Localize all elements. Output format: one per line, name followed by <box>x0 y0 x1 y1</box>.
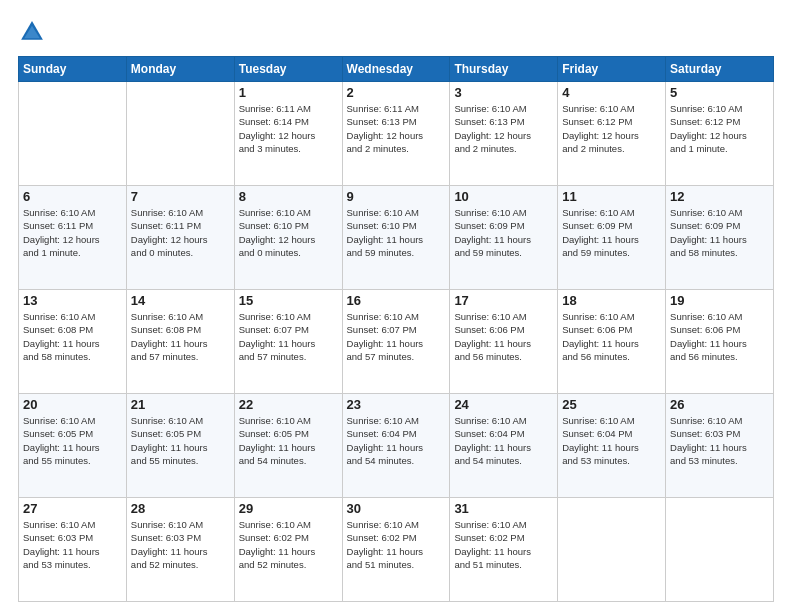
calendar-header-row: SundayMondayTuesdayWednesdayThursdayFrid… <box>19 57 774 82</box>
day-number: 19 <box>670 293 769 308</box>
day-number: 7 <box>131 189 230 204</box>
day-info: Sunrise: 6:10 AM Sunset: 6:04 PM Dayligh… <box>347 414 446 467</box>
calendar-cell: 17Sunrise: 6:10 AM Sunset: 6:06 PM Dayli… <box>450 290 558 394</box>
day-number: 15 <box>239 293 338 308</box>
calendar-cell <box>126 82 234 186</box>
day-number: 25 <box>562 397 661 412</box>
calendar-week-row: 20Sunrise: 6:10 AM Sunset: 6:05 PM Dayli… <box>19 394 774 498</box>
day-info: Sunrise: 6:10 AM Sunset: 6:02 PM Dayligh… <box>347 518 446 571</box>
day-number: 24 <box>454 397 553 412</box>
day-info: Sunrise: 6:10 AM Sunset: 6:09 PM Dayligh… <box>454 206 553 259</box>
weekday-header: Tuesday <box>234 57 342 82</box>
day-info: Sunrise: 6:10 AM Sunset: 6:08 PM Dayligh… <box>131 310 230 363</box>
day-info: Sunrise: 6:11 AM Sunset: 6:13 PM Dayligh… <box>347 102 446 155</box>
calendar-cell: 20Sunrise: 6:10 AM Sunset: 6:05 PM Dayli… <box>19 394 127 498</box>
calendar-cell: 23Sunrise: 6:10 AM Sunset: 6:04 PM Dayli… <box>342 394 450 498</box>
day-number: 30 <box>347 501 446 516</box>
calendar-table: SundayMondayTuesdayWednesdayThursdayFrid… <box>18 56 774 602</box>
calendar-cell <box>19 82 127 186</box>
calendar-cell: 4Sunrise: 6:10 AM Sunset: 6:12 PM Daylig… <box>558 82 666 186</box>
calendar-cell: 5Sunrise: 6:10 AM Sunset: 6:12 PM Daylig… <box>666 82 774 186</box>
day-info: Sunrise: 6:10 AM Sunset: 6:03 PM Dayligh… <box>670 414 769 467</box>
day-info: Sunrise: 6:10 AM Sunset: 6:04 PM Dayligh… <box>454 414 553 467</box>
weekday-header: Saturday <box>666 57 774 82</box>
calendar-cell: 31Sunrise: 6:10 AM Sunset: 6:02 PM Dayli… <box>450 498 558 602</box>
day-info: Sunrise: 6:10 AM Sunset: 6:02 PM Dayligh… <box>454 518 553 571</box>
logo <box>18 18 50 46</box>
day-number: 16 <box>347 293 446 308</box>
day-info: Sunrise: 6:10 AM Sunset: 6:04 PM Dayligh… <box>562 414 661 467</box>
calendar-cell: 24Sunrise: 6:10 AM Sunset: 6:04 PM Dayli… <box>450 394 558 498</box>
day-number: 17 <box>454 293 553 308</box>
calendar-cell: 11Sunrise: 6:10 AM Sunset: 6:09 PM Dayli… <box>558 186 666 290</box>
day-info: Sunrise: 6:10 AM Sunset: 6:07 PM Dayligh… <box>347 310 446 363</box>
weekday-header: Monday <box>126 57 234 82</box>
weekday-header: Thursday <box>450 57 558 82</box>
day-info: Sunrise: 6:10 AM Sunset: 6:03 PM Dayligh… <box>131 518 230 571</box>
calendar-cell: 21Sunrise: 6:10 AM Sunset: 6:05 PM Dayli… <box>126 394 234 498</box>
day-info: Sunrise: 6:10 AM Sunset: 6:07 PM Dayligh… <box>239 310 338 363</box>
calendar-week-row: 1Sunrise: 6:11 AM Sunset: 6:14 PM Daylig… <box>19 82 774 186</box>
calendar-cell: 2Sunrise: 6:11 AM Sunset: 6:13 PM Daylig… <box>342 82 450 186</box>
day-number: 9 <box>347 189 446 204</box>
header <box>18 18 774 46</box>
calendar-cell: 1Sunrise: 6:11 AM Sunset: 6:14 PM Daylig… <box>234 82 342 186</box>
day-number: 18 <box>562 293 661 308</box>
calendar-cell <box>666 498 774 602</box>
day-info: Sunrise: 6:10 AM Sunset: 6:10 PM Dayligh… <box>347 206 446 259</box>
calendar-week-row: 6Sunrise: 6:10 AM Sunset: 6:11 PM Daylig… <box>19 186 774 290</box>
day-info: Sunrise: 6:10 AM Sunset: 6:11 PM Dayligh… <box>131 206 230 259</box>
calendar-cell: 8Sunrise: 6:10 AM Sunset: 6:10 PM Daylig… <box>234 186 342 290</box>
page: SundayMondayTuesdayWednesdayThursdayFrid… <box>0 0 792 612</box>
day-info: Sunrise: 6:11 AM Sunset: 6:14 PM Dayligh… <box>239 102 338 155</box>
calendar-cell: 22Sunrise: 6:10 AM Sunset: 6:05 PM Dayli… <box>234 394 342 498</box>
day-info: Sunrise: 6:10 AM Sunset: 6:10 PM Dayligh… <box>239 206 338 259</box>
day-number: 8 <box>239 189 338 204</box>
calendar-cell: 19Sunrise: 6:10 AM Sunset: 6:06 PM Dayli… <box>666 290 774 394</box>
day-info: Sunrise: 6:10 AM Sunset: 6:12 PM Dayligh… <box>562 102 661 155</box>
calendar-cell: 13Sunrise: 6:10 AM Sunset: 6:08 PM Dayli… <box>19 290 127 394</box>
calendar-cell: 7Sunrise: 6:10 AM Sunset: 6:11 PM Daylig… <box>126 186 234 290</box>
day-number: 20 <box>23 397 122 412</box>
day-info: Sunrise: 6:10 AM Sunset: 6:06 PM Dayligh… <box>670 310 769 363</box>
day-info: Sunrise: 6:10 AM Sunset: 6:06 PM Dayligh… <box>562 310 661 363</box>
day-number: 23 <box>347 397 446 412</box>
day-number: 12 <box>670 189 769 204</box>
day-info: Sunrise: 6:10 AM Sunset: 6:02 PM Dayligh… <box>239 518 338 571</box>
weekday-header: Sunday <box>19 57 127 82</box>
calendar-cell: 16Sunrise: 6:10 AM Sunset: 6:07 PM Dayli… <box>342 290 450 394</box>
day-number: 28 <box>131 501 230 516</box>
day-number: 6 <box>23 189 122 204</box>
calendar-cell: 18Sunrise: 6:10 AM Sunset: 6:06 PM Dayli… <box>558 290 666 394</box>
day-number: 10 <box>454 189 553 204</box>
day-number: 26 <box>670 397 769 412</box>
day-number: 13 <box>23 293 122 308</box>
calendar-cell: 30Sunrise: 6:10 AM Sunset: 6:02 PM Dayli… <box>342 498 450 602</box>
calendar-cell: 3Sunrise: 6:10 AM Sunset: 6:13 PM Daylig… <box>450 82 558 186</box>
day-info: Sunrise: 6:10 AM Sunset: 6:03 PM Dayligh… <box>23 518 122 571</box>
calendar-week-row: 13Sunrise: 6:10 AM Sunset: 6:08 PM Dayli… <box>19 290 774 394</box>
day-number: 14 <box>131 293 230 308</box>
day-info: Sunrise: 6:10 AM Sunset: 6:09 PM Dayligh… <box>670 206 769 259</box>
day-info: Sunrise: 6:10 AM Sunset: 6:13 PM Dayligh… <box>454 102 553 155</box>
day-number: 27 <box>23 501 122 516</box>
day-number: 5 <box>670 85 769 100</box>
day-info: Sunrise: 6:10 AM Sunset: 6:11 PM Dayligh… <box>23 206 122 259</box>
weekday-header: Wednesday <box>342 57 450 82</box>
day-number: 21 <box>131 397 230 412</box>
logo-icon <box>18 18 46 46</box>
calendar-cell: 26Sunrise: 6:10 AM Sunset: 6:03 PM Dayli… <box>666 394 774 498</box>
calendar-cell: 14Sunrise: 6:10 AM Sunset: 6:08 PM Dayli… <box>126 290 234 394</box>
calendar-cell: 9Sunrise: 6:10 AM Sunset: 6:10 PM Daylig… <box>342 186 450 290</box>
calendar-cell: 12Sunrise: 6:10 AM Sunset: 6:09 PM Dayli… <box>666 186 774 290</box>
calendar-cell: 6Sunrise: 6:10 AM Sunset: 6:11 PM Daylig… <box>19 186 127 290</box>
calendar-cell: 15Sunrise: 6:10 AM Sunset: 6:07 PM Dayli… <box>234 290 342 394</box>
day-info: Sunrise: 6:10 AM Sunset: 6:08 PM Dayligh… <box>23 310 122 363</box>
day-info: Sunrise: 6:10 AM Sunset: 6:06 PM Dayligh… <box>454 310 553 363</box>
calendar-cell: 10Sunrise: 6:10 AM Sunset: 6:09 PM Dayli… <box>450 186 558 290</box>
day-info: Sunrise: 6:10 AM Sunset: 6:05 PM Dayligh… <box>131 414 230 467</box>
weekday-header: Friday <box>558 57 666 82</box>
day-number: 22 <box>239 397 338 412</box>
day-number: 1 <box>239 85 338 100</box>
calendar-cell: 25Sunrise: 6:10 AM Sunset: 6:04 PM Dayli… <box>558 394 666 498</box>
